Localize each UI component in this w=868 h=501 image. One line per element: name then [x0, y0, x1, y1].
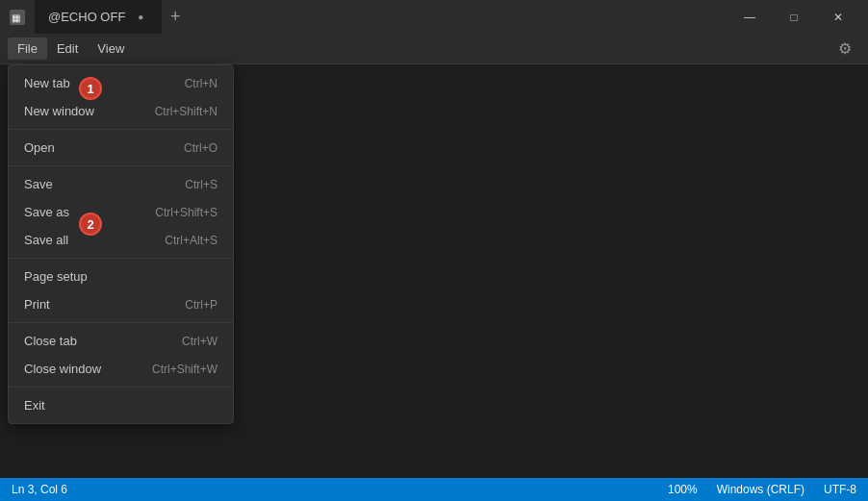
menu-open-label: Open [24, 140, 55, 155]
zoom-level: 100% [668, 483, 698, 496]
tab-area: @ECHO OFF ● + [35, 0, 728, 34]
app-icon: ▦ [8, 8, 27, 27]
menu-page-setup[interactable]: Page setup [9, 263, 233, 290]
menu-new-window-shortcut: Ctrl+Shift+N [155, 105, 217, 118]
menu-save-as[interactable]: Save as Ctrl+Shift+S [9, 198, 233, 226]
menu-save-all[interactable]: Save all Ctrl+Alt+S [9, 226, 233, 254]
menubar-right: ⚙ [830, 34, 860, 64]
menu-new-window-label: New window [24, 104, 94, 118]
menu-close-window-label: Close window [24, 362, 101, 376]
menu-save-as-label: Save as [24, 205, 69, 219]
titlebar: ▦ @ECHO OFF ● + — □ ✕ [0, 0, 868, 34]
menu-close-tab-label: Close tab [24, 334, 77, 348]
settings-icon[interactable]: ⚙ [830, 34, 860, 64]
menu-open-shortcut: Ctrl+O [184, 141, 217, 155]
separator-2 [9, 165, 233, 166]
menu-close-window-shortcut: Ctrl+Shift+W [152, 363, 217, 376]
svg-text:▦: ▦ [12, 13, 20, 23]
menubar: File Edit View ⚙ [0, 34, 868, 64]
menu-edit[interactable]: Edit [47, 38, 88, 60]
menu-new-window[interactable]: New window Ctrl+Shift+N [9, 97, 233, 125]
annotation-1: 1 [79, 77, 102, 100]
arrow-1 [29, 77, 82, 79]
menu-file[interactable]: File [8, 38, 47, 60]
active-tab[interactable]: @ECHO OFF ● [35, 0, 162, 34]
tab-close-btn[interactable]: ● [133, 10, 148, 25]
file-dropdown-menu: New tab Ctrl+N New window Ctrl+Shift+N O… [8, 64, 234, 424]
menu-close-tab[interactable]: Close tab Ctrl+W [9, 327, 233, 355]
menu-close-window[interactable]: Close window Ctrl+Shift+W [9, 355, 233, 383]
encoding: UTF-8 [824, 483, 856, 496]
statusbar-right: 100% Windows (CRLF) UTF-8 [668, 483, 856, 496]
maximize-button[interactable]: □ [772, 0, 816, 34]
menu-exit-label: Exit [24, 398, 45, 413]
separator-3 [9, 258, 233, 259]
menu-save[interactable]: Save Ctrl+S [9, 170, 233, 198]
menu-new-tab[interactable]: New tab Ctrl+N [9, 69, 233, 97]
statusbar-left: Ln 3, Col 6 [12, 483, 67, 496]
annotation-2: 2 [79, 213, 102, 236]
menu-save-as-shortcut: Ctrl+Shift+S [155, 206, 217, 219]
menu-save-all-shortcut: Ctrl+Alt+S [165, 234, 217, 247]
cursor-position: Ln 3, Col 6 [12, 483, 67, 496]
menu-print-shortcut: Ctrl+P [185, 298, 217, 312]
separator-1 [9, 129, 233, 130]
new-tab-button[interactable]: + [162, 4, 189, 31]
menu-new-tab-shortcut: Ctrl+N [185, 77, 217, 90]
minimize-button[interactable]: — [728, 0, 772, 34]
close-button[interactable]: ✕ [816, 0, 860, 34]
menu-save-shortcut: Ctrl+S [185, 178, 217, 191]
menu-page-setup-label: Page setup [24, 269, 88, 284]
statusbar: Ln 3, Col 6 100% Windows (CRLF) UTF-8 [0, 478, 868, 501]
line-ending: Windows (CRLF) [717, 483, 804, 496]
menu-print[interactable]: Print Ctrl+P [9, 290, 233, 318]
tab-title: @ECHO OFF [48, 10, 125, 24]
separator-5 [9, 387, 233, 388]
separator-4 [9, 322, 233, 323]
window-controls: — □ ✕ [728, 0, 860, 34]
menu-close-tab-shortcut: Ctrl+W [182, 335, 217, 348]
menu-view[interactable]: View [88, 38, 134, 60]
menu-save-label: Save [24, 177, 53, 191]
menu-print-label: Print [24, 297, 50, 312]
menu-save-all-label: Save all [24, 233, 68, 247]
menu-exit[interactable]: Exit [9, 391, 233, 419]
menu-open[interactable]: Open Ctrl+O [9, 134, 233, 162]
arrow-2 [29, 213, 82, 215]
